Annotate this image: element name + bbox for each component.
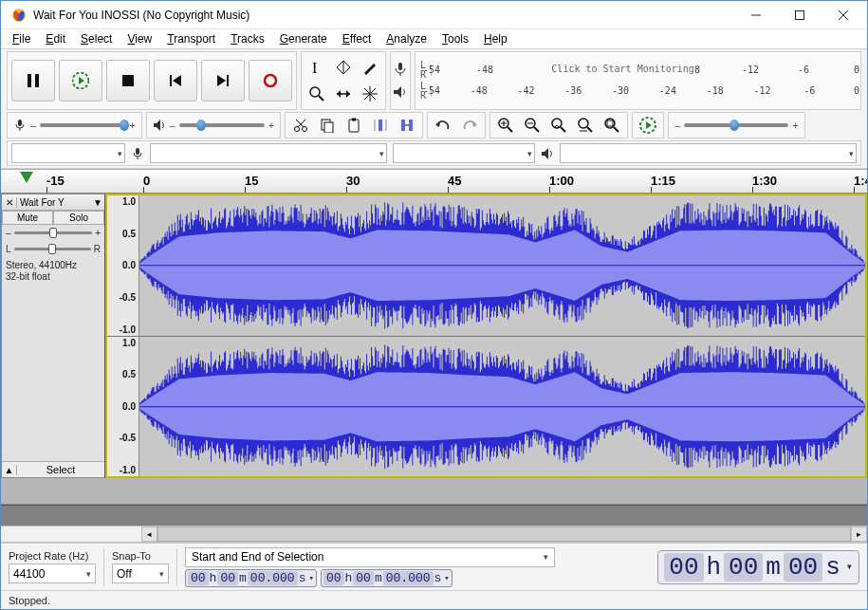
- zoom-toggle-icon[interactable]: [600, 113, 624, 138]
- channel-right: 1.00.50.0-0.5-1.0: [107, 337, 865, 477]
- menu-transport[interactable]: Transport: [159, 30, 223, 47]
- gain-slider[interactable]: – +: [2, 225, 104, 241]
- playback-meter[interactable]: LR -54-48-42-36-30-24-18-12-60: [419, 82, 857, 101]
- fit-selection-icon[interactable]: [546, 113, 571, 138]
- scroll-thumb[interactable]: [157, 527, 851, 542]
- edit-toolbar: [285, 112, 423, 139]
- play-at-speed-icon[interactable]: [636, 113, 660, 138]
- zoom-in-icon[interactable]: [493, 113, 518, 138]
- redo-icon[interactable]: [457, 113, 482, 138]
- mic-icon: [131, 147, 144, 160]
- playback-device-combo[interactable]: ▾: [560, 143, 857, 163]
- waveform-left[interactable]: [139, 195, 865, 336]
- window-title: Wait For You INOSSI (No Copyright Music): [33, 9, 734, 22]
- play-at-speed-toolbar: [632, 112, 664, 139]
- audio-host-combo[interactable]: ▾: [11, 143, 125, 163]
- multi-tool[interactable]: [358, 82, 382, 106]
- close-button[interactable]: [822, 1, 865, 29]
- play-button[interactable]: [59, 60, 102, 102]
- track-close-button[interactable]: ✕: [2, 197, 17, 208]
- svg-rect-4: [796, 10, 804, 19]
- selection-start-time[interactable]: 00 h 00 m 00.000 s▾: [185, 569, 317, 587]
- record-button[interactable]: [249, 60, 292, 102]
- menu-generate[interactable]: Generate: [272, 30, 335, 47]
- envelope-tool[interactable]: [331, 55, 356, 80]
- svg-text:I: I: [312, 60, 317, 76]
- speaker-icon: [541, 147, 554, 160]
- menu-help[interactable]: Help: [476, 30, 515, 47]
- menu-edit[interactable]: Edit: [38, 30, 73, 47]
- track-control-panel[interactable]: ✕ Wait For Y ▼ Mute Solo – + L R Stereo,…: [1, 194, 105, 478]
- rec-meter-icon-box: [390, 51, 411, 110]
- snap-to-combo[interactable]: Off▾: [112, 564, 169, 583]
- menu-select[interactable]: Select: [73, 30, 120, 47]
- scroll-left-button[interactable]: ◂: [141, 527, 157, 542]
- solo-button[interactable]: Solo: [53, 211, 104, 225]
- draw-tool[interactable]: [358, 55, 382, 80]
- menu-tools[interactable]: Tools: [434, 30, 476, 47]
- project-rate-combo[interactable]: 44100▾: [9, 564, 96, 583]
- selection-tool[interactable]: I: [305, 55, 329, 80]
- menu-analyze[interactable]: Analyze: [379, 30, 434, 47]
- pan-slider[interactable]: L R: [2, 241, 104, 257]
- playback-speed-slider[interactable]: – +: [668, 112, 805, 139]
- svg-line-54: [508, 127, 512, 132]
- zoom-out-icon[interactable]: [520, 113, 545, 138]
- selection-mode-combo[interactable]: Start and End of Selection▾: [185, 547, 555, 567]
- timeshift-tool[interactable]: [331, 82, 356, 106]
- selection-toolbar: Project Rate (Hz) 44100▾ Snap-To Off▾ St…: [1, 543, 867, 590]
- stop-button[interactable]: [106, 60, 150, 102]
- svg-line-38: [296, 120, 304, 127]
- collapse-button[interactable]: ▲: [2, 465, 17, 475]
- record-device-combo[interactable]: ▾: [150, 143, 387, 163]
- waveform-right[interactable]: [139, 337, 865, 477]
- svg-rect-42: [352, 119, 356, 121]
- timeline-ruler[interactable]: -1501530451:001:151:301:45: [1, 169, 867, 194]
- svg-marker-23: [337, 90, 341, 98]
- zoom-tool[interactable]: [305, 82, 329, 106]
- pause-button[interactable]: [11, 60, 55, 102]
- svg-rect-29: [398, 63, 402, 70]
- svg-point-36: [303, 127, 307, 132]
- menu-tracks[interactable]: Tracks: [223, 30, 272, 47]
- svg-marker-67: [646, 121, 652, 129]
- copy-icon[interactable]: [315, 113, 340, 138]
- horizontal-scrollbar[interactable]: ◂ ▸: [1, 526, 867, 543]
- speaker-icon: [393, 84, 408, 100]
- tracks-area: ✕ Wait For Y ▼ Mute Solo – + L R Stereo,…: [1, 194, 867, 505]
- menu-file[interactable]: File: [5, 30, 38, 47]
- undo-icon[interactable]: [431, 113, 455, 138]
- record-volume-slider[interactable]: – +: [7, 112, 142, 139]
- audio-position-time[interactable]: 00 h 00 m 00 s▾: [657, 550, 859, 584]
- track-name[interactable]: Wait For Y: [17, 197, 91, 208]
- track-select-button[interactable]: Select: [17, 462, 104, 477]
- selection-end-time[interactable]: 00 h 00 m 00.000 s▾: [321, 569, 452, 587]
- track-menu-button[interactable]: ▼: [91, 197, 104, 208]
- fit-project-icon[interactable]: [573, 113, 598, 138]
- skip-start-button[interactable]: [154, 60, 197, 102]
- minimize-button[interactable]: [734, 1, 778, 29]
- svg-rect-41: [349, 120, 359, 132]
- scroll-right-button[interactable]: ▸: [851, 527, 867, 542]
- tools-toolbar: I: [301, 51, 386, 110]
- tracks-empty-area[interactable]: [1, 505, 867, 526]
- meters[interactable]: LR -54-488-12-60Click to Start Monitorin…: [415, 51, 861, 110]
- undo-redo-toolbar: [427, 112, 486, 139]
- mute-button[interactable]: Mute: [2, 211, 53, 225]
- menu-bar: File Edit Select View Transport Tracks G…: [1, 29, 867, 48]
- trim-icon[interactable]: [368, 113, 393, 138]
- cut-icon[interactable]: [288, 113, 313, 138]
- maximize-button[interactable]: [778, 1, 822, 29]
- paste-icon[interactable]: [342, 113, 366, 138]
- skip-end-button[interactable]: [201, 60, 245, 102]
- silence-icon[interactable]: [395, 113, 419, 138]
- menu-effect[interactable]: Effect: [335, 30, 379, 47]
- svg-point-16: [265, 75, 276, 86]
- status-bar: Stopped.: [1, 590, 867, 609]
- menu-view[interactable]: View: [120, 30, 159, 47]
- recording-meter[interactable]: LR -54-488-12-60Click to Start Monitorin…: [419, 61, 857, 80]
- record-channels-combo[interactable]: ▾: [393, 143, 535, 163]
- playhead-icon[interactable]: [20, 172, 33, 183]
- toolbar-area: I LR -54-488-12-60Click t: [1, 48, 867, 169]
- playback-volume-slider[interactable]: – +: [146, 112, 282, 139]
